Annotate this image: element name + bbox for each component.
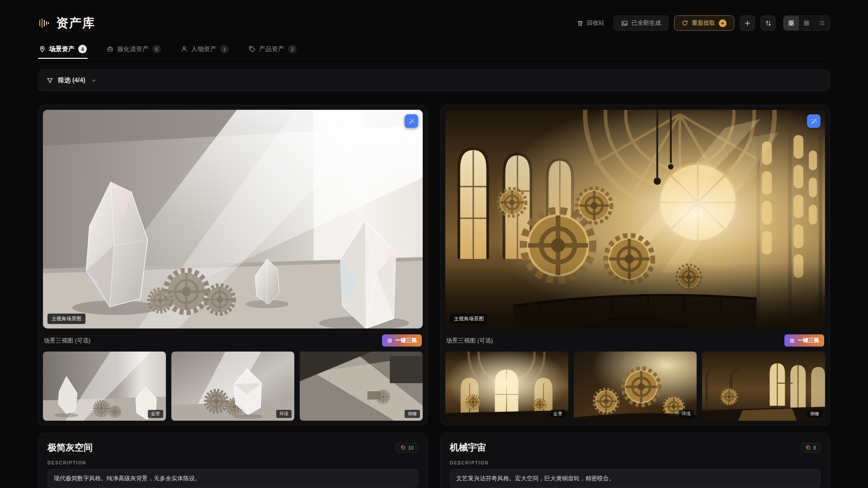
description-field[interactable]: 现代极简数字风格。纯净高级灰背景，无多余实体陈设。	[47, 469, 418, 488]
copy-icon	[401, 445, 406, 450]
tab-count-badge: 2	[288, 45, 297, 53]
view-grid-button[interactable]	[783, 16, 799, 30]
media-panel: 主视角场景图 场景三视图 (可选) 一键三视	[38, 105, 428, 426]
grid-2x2-icon	[788, 20, 794, 26]
tab-label: 服化道资产	[117, 45, 149, 53]
plus-icon	[744, 20, 751, 27]
thumbnails-row: 全景	[445, 352, 825, 421]
copy-icon	[806, 445, 811, 450]
view-list-button[interactable]	[814, 16, 830, 30]
add-button[interactable]	[740, 15, 755, 31]
view-toggle-group	[783, 15, 830, 31]
thumb-overhead[interactable]: 俯瞰	[702, 352, 825, 421]
three-views-label: 场景三视图 (可选)	[446, 337, 493, 345]
main-scene-image[interactable]: 主视角场景图	[445, 110, 825, 328]
tab-costume-assets[interactable]: 服化道资产 6	[106, 40, 162, 58]
re-extract-button[interactable]: 重新提取	[674, 15, 734, 31]
thumb-tag: 全景	[148, 410, 163, 418]
asset-card-mechanical-universe: 主视角场景图 场景三视图 (可选) 一键三视	[440, 105, 830, 488]
sort-button[interactable]	[760, 15, 776, 31]
filter-label: 筛选 (4/4)	[58, 76, 85, 84]
magic-wand-button[interactable]	[405, 114, 418, 128]
tab-count-badge: 1	[220, 45, 229, 53]
one-key-three-views-button[interactable]: 一键三视	[382, 334, 422, 347]
main-scene-image[interactable]: 主视角场景图	[43, 110, 423, 328]
thumb-tag: 俯瞰	[405, 410, 420, 418]
tab-count-badge: 4	[78, 45, 87, 53]
tab-label: 人物资产	[191, 45, 217, 53]
three-views-row: 场景三视图 (可选) 一键三视	[446, 334, 824, 347]
thumb-environment[interactable]: 环境	[171, 352, 294, 421]
funnel-icon	[47, 77, 53, 84]
grid-plus-icon	[387, 338, 392, 343]
asset-count-badge: 8	[801, 443, 821, 453]
one-key-label: 一键三视	[797, 337, 819, 344]
logo-icon	[38, 17, 50, 29]
list-icon	[819, 20, 825, 26]
thumb-environment[interactable]: 环境	[574, 352, 697, 421]
thumb-overhead[interactable]: 俯瞰	[300, 352, 423, 421]
all-generated-label: 已全部生成	[632, 19, 661, 27]
asset-card-minimal-gray: 主视角场景图 场景三视图 (可选) 一键三视	[38, 105, 428, 488]
asset-cards-grid: 主视角场景图 场景三视图 (可选) 一键三视	[38, 105, 830, 488]
filter-bar[interactable]: 筛选 (4/4)	[38, 70, 830, 91]
three-views-label: 场景三视图 (可选)	[44, 337, 90, 345]
sparkle-icon	[719, 19, 726, 27]
description-label: DESCRIPTION	[47, 460, 418, 465]
asset-library-page: 资产库 回收站 已全部生成	[0, 0, 868, 488]
info-panel: 极简灰空间 10 DESCRIPTION 现代极简数字风格。纯净高级灰背景，无多…	[38, 433, 428, 488]
asset-count-value: 8	[813, 445, 816, 450]
thumbnails-row: 全景	[43, 352, 423, 421]
image-tag: 主视角场景图	[450, 314, 488, 324]
mechanical-universe-scene	[445, 110, 825, 328]
tab-count-badge: 6	[152, 45, 161, 53]
asset-count-badge: 10	[396, 443, 418, 453]
brand: 资产库	[38, 15, 95, 31]
thumb-panorama[interactable]: 全景	[445, 352, 568, 421]
recycle-bin-label: 回收站	[587, 19, 604, 27]
person-icon	[181, 46, 188, 52]
thumb-tag: 环境	[679, 410, 694, 418]
sort-arrows-icon	[765, 20, 772, 27]
recycle-bin-button[interactable]: 回收站	[573, 15, 608, 31]
thumb-panorama[interactable]: 全景	[43, 352, 166, 421]
page-title: 资产库	[56, 15, 95, 31]
all-generated-button[interactable]: 已全部生成	[613, 15, 669, 31]
top-bar: 资产库 回收站 已全部生成	[38, 11, 830, 35]
minimal-space-scene	[43, 110, 423, 328]
asset-title: 机械宇宙	[450, 441, 486, 454]
trash-icon	[577, 20, 584, 27]
description-label: DESCRIPTION	[450, 460, 821, 465]
re-extract-label: 重新提取	[692, 19, 715, 27]
tab-scene-assets[interactable]: 场景资产 4	[38, 40, 88, 58]
topbar-actions: 回收站 已全部生成	[573, 15, 830, 31]
grid-3x3-icon	[803, 20, 810, 26]
magic-wand-icon	[408, 118, 415, 125]
briefcase-icon	[107, 46, 113, 52]
tab-character-assets[interactable]: 人物资产 1	[180, 40, 230, 58]
image-icon	[621, 20, 628, 27]
one-key-label: 一键三视	[395, 337, 417, 344]
grid-plus-icon	[789, 338, 795, 343]
view-table-button[interactable]	[799, 16, 814, 30]
chevron-down-icon	[91, 78, 97, 84]
info-panel: 机械宇宙 8 DESCRIPTION 文艺复兴达芬奇风格。宏大空间，巨大黄铜齿轮…	[440, 433, 830, 488]
asset-tabs: 场景资产 4 服化道资产 6 人物资产 1	[38, 40, 830, 59]
tab-label: 场景资产	[49, 45, 75, 53]
tab-label: 产品资产	[259, 45, 284, 53]
image-tag: 主视角场景图	[47, 314, 85, 324]
magic-wand-button[interactable]	[807, 114, 821, 128]
thumb-tag: 环境	[276, 410, 292, 418]
media-panel: 主视角场景图 场景三视图 (可选) 一键三视	[440, 105, 830, 426]
tab-product-assets[interactable]: 产品资产 2	[248, 40, 297, 58]
thumb-tag: 全景	[550, 410, 566, 418]
one-key-three-views-button[interactable]: 一键三视	[784, 334, 824, 347]
asset-count-value: 10	[408, 445, 414, 450]
asset-title: 极简灰空间	[47, 441, 93, 454]
description-field[interactable]: 文艺复兴达芬奇风格。宏大空间，巨大黄铜齿轮，精密咬合。	[450, 469, 821, 488]
map-pin-icon	[39, 46, 46, 52]
thumb-tag: 俯瞰	[807, 410, 822, 418]
refresh-icon	[682, 20, 688, 26]
magic-wand-icon	[811, 118, 817, 125]
three-views-row: 场景三视图 (可选) 一键三视	[44, 334, 422, 347]
